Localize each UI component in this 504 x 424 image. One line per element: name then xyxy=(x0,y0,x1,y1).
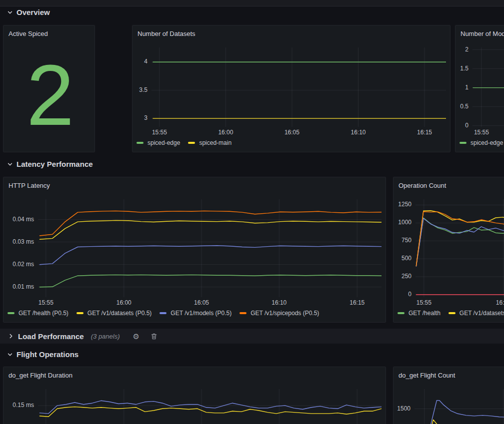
legend-swatch xyxy=(76,312,84,314)
section-title: Load Performance xyxy=(18,332,84,341)
legend-swatch xyxy=(240,312,246,314)
y-axis: 0.01 ms0.02 ms0.03 ms0.04 ms xyxy=(8,199,38,297)
legend-item[interactable]: GET /v1/datasets xyxy=(448,310,504,317)
legend: spiced-edge xyxy=(460,137,504,149)
panel-do-get-flight-count: do_get Flight Count 1500 xyxy=(393,367,504,424)
gear-icon[interactable]: ⚙ xyxy=(133,333,140,340)
legend-swatch xyxy=(188,142,195,144)
y-axis-tick: 1 xyxy=(465,84,468,91)
panel-title[interactable]: HTTP Latency xyxy=(4,177,386,189)
legend-item[interactable]: GET /health xyxy=(398,310,440,317)
legend-swatch xyxy=(460,142,466,144)
y-axis-tick: 3.5 xyxy=(139,86,148,94)
chevron-down-icon xyxy=(7,161,13,167)
x-axis-tick: 16:05 xyxy=(284,129,300,136)
section-title: Flight Operations xyxy=(16,350,78,359)
panel-operation-count: Operation Count 025050075010001250 15:55… xyxy=(393,177,504,323)
chart-do-get-flight-duration: 0.15 ms xyxy=(8,389,382,424)
y-axis: 025050075010001250 xyxy=(398,199,416,297)
legend-swatch xyxy=(8,312,14,314)
plot-area[interactable] xyxy=(416,199,504,297)
section-header-latency-performance[interactable]: Latency Performance xyxy=(7,160,93,168)
section-title: Latency Performance xyxy=(16,160,93,168)
panel-title[interactable]: Number of Datasets xyxy=(132,25,450,37)
plot-area[interactable] xyxy=(152,47,446,127)
x-axis-tick: 15:55 xyxy=(474,129,489,136)
y-axis-tick: 1500 xyxy=(397,405,410,413)
legend-swatch xyxy=(136,142,144,144)
plot-area[interactable] xyxy=(38,389,382,424)
x-axis-tick: 16:00 xyxy=(496,299,504,306)
panel-title[interactable]: Number of Models xyxy=(456,25,504,37)
x-axis-tick: 16:10 xyxy=(272,299,286,306)
section-header-flight-operations[interactable]: Flight Operations xyxy=(7,350,78,359)
y-axis: 0.15 ms xyxy=(8,389,38,424)
y-axis-tick: 750 xyxy=(402,237,412,244)
stat-value: 2 xyxy=(4,37,94,152)
legend-item[interactable]: GET /v1/models (P0.5) xyxy=(160,310,232,317)
chart-canvas[interactable] xyxy=(414,389,504,424)
panel-title[interactable]: Active Spiced xyxy=(4,25,94,37)
legend-label: GET /health xyxy=(408,310,440,317)
panel-active-spiced: Active Spiced 2 xyxy=(3,25,95,152)
chart-canvas[interactable] xyxy=(472,47,504,127)
x-axis-tick: 16:10 xyxy=(350,129,366,136)
panel-number-of-datasets: Number of Datasets 33.54 15:5516:0016:05… xyxy=(132,25,450,152)
chart-number-of-datasets: 33.54 15:5516:0016:0516:1016:15 spiced-e… xyxy=(136,47,446,149)
section-header-overview[interactable]: Overview xyxy=(7,8,50,16)
y-axis-tick: 0.5 xyxy=(460,103,468,110)
chart-do-get-flight-count: 1500 xyxy=(398,389,504,424)
legend-item[interactable]: GET /v1/spicepods (P0.5) xyxy=(240,310,319,317)
panel-title[interactable]: do_get Flight Duration xyxy=(4,367,386,379)
legend-item[interactable]: GET /v1/datasets (P0.5) xyxy=(76,310,152,317)
y-axis: 33.54 xyxy=(136,47,152,127)
chart-canvas[interactable] xyxy=(38,389,382,424)
x-axis-tick: 15:55 xyxy=(152,129,167,136)
y-axis-tick: 250 xyxy=(402,273,412,280)
legend-label: GET /v1/models (P0.5) xyxy=(170,310,232,317)
legend: GET /health (P0.5)GET /v1/datasets (P0.5… xyxy=(8,307,382,319)
panel-title[interactable]: do_get Flight Count xyxy=(394,367,504,379)
chart-canvas[interactable] xyxy=(416,199,504,297)
plot-area[interactable] xyxy=(38,199,382,297)
x-axis: 15:5516:0016:0516:1016:15 xyxy=(38,297,382,307)
x-axis-tick: 16:05 xyxy=(194,299,209,306)
legend-item[interactable]: spiced-main xyxy=(188,139,232,146)
plot-area[interactable] xyxy=(414,389,504,424)
panel-do-get-flight-duration: do_get Flight Duration 0.15 ms xyxy=(3,367,386,424)
chevron-down-icon xyxy=(7,352,13,358)
y-axis-tick: 0.03 ms xyxy=(12,238,34,246)
legend-item[interactable]: GET /health (P0.5) xyxy=(8,310,68,317)
y-axis-tick: 0.01 ms xyxy=(12,283,34,291)
x-axis: 15:5516:00 xyxy=(416,297,504,307)
x-axis-tick: 15:55 xyxy=(416,299,432,306)
trash-icon[interactable] xyxy=(150,333,158,340)
plot-area[interactable] xyxy=(472,47,504,127)
panel-title[interactable]: Operation Count xyxy=(394,177,504,189)
y-axis-tick: 0 xyxy=(408,291,412,298)
legend-label: GET /v1/datasets (P0.5) xyxy=(88,310,152,317)
x-axis-tick: 16:00 xyxy=(116,299,132,306)
legend-swatch xyxy=(160,312,166,314)
chevron-down-icon xyxy=(7,9,13,15)
legend-item[interactable]: spiced-edge xyxy=(136,139,180,146)
y-axis-tick: 4 xyxy=(144,58,148,65)
chart-canvas[interactable] xyxy=(38,199,382,297)
chart-operation-count: 025050075010001250 15:5516:00 GET /healt… xyxy=(398,199,504,319)
legend-label: GET /health (P0.5) xyxy=(18,310,68,317)
chart-canvas[interactable] xyxy=(152,47,446,127)
x-axis-tick: 16:15 xyxy=(350,299,364,306)
row-load-performance[interactable]: Load Performance (3 panels) ⚙ xyxy=(0,329,504,344)
panel-number-of-models: Number of Models 00.511.52 15:55 spiced-… xyxy=(455,25,504,152)
legend-item[interactable]: spiced-edge xyxy=(460,139,503,146)
y-axis-tick: 2 xyxy=(465,46,468,53)
chart-http-latency: 0.01 ms0.02 ms0.03 ms0.04 ms 15:5516:001… xyxy=(8,199,382,319)
legend: GET /healthGET /v1/datasets xyxy=(398,307,504,319)
x-axis-tick: 16:00 xyxy=(218,129,233,136)
legend-label: spiced-edge xyxy=(148,139,180,146)
y-axis-tick: 1000 xyxy=(398,219,412,226)
x-axis-tick: 15:55 xyxy=(38,299,54,306)
legend-swatch xyxy=(398,312,404,314)
y-axis: 00.511.52 xyxy=(460,47,472,127)
x-axis: 15:5516:0016:0516:1016:15 xyxy=(152,127,446,137)
